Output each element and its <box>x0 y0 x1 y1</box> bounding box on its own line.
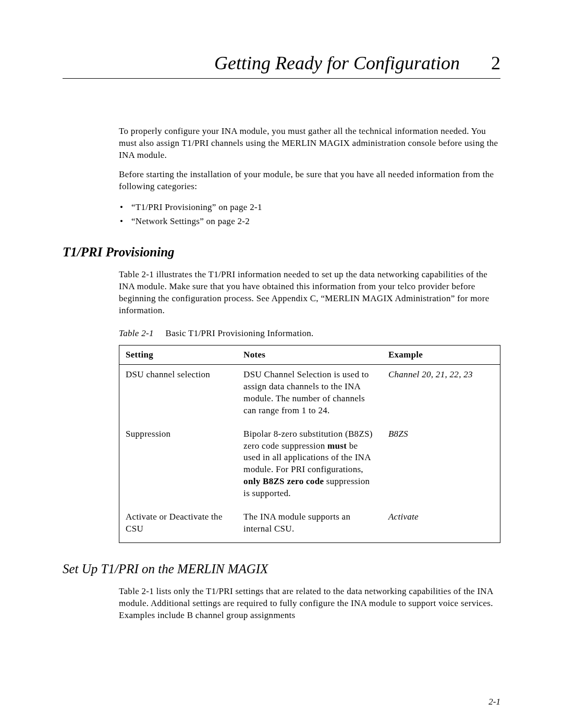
page-number: 2-1 <box>488 697 500 707</box>
section1-paragraph-1: Table 2-1 illustrates the T1/PRI informa… <box>119 269 500 317</box>
table-row: Activate or Deactivate the CSU The INA m… <box>119 507 500 542</box>
section-heading-t1pri: T1/PRI Provisioning <box>63 245 500 260</box>
table-caption: Table 2-1 Basic T1/PRI Provisioning Info… <box>119 328 500 339</box>
intro-bullet-item: “T1/PRI Provisioning” on page 2-1 <box>119 200 500 214</box>
table-header-row: Setting Notes Example <box>119 345 500 364</box>
table-caption-label: Table 2-1 <box>119 328 154 338</box>
cell-notes: Bipolar 8-zero substitution (B8ZS) zero … <box>237 424 382 508</box>
intro-bullet-item: “Network Settings” on page 2-2 <box>119 214 500 228</box>
subsection-heading-setup: Set Up T1/PRI on the MERLIN MAGIX <box>63 562 500 576</box>
cell-setting: DSU channel selection <box>119 364 238 424</box>
table-header-example: Example <box>382 345 500 364</box>
cell-example: B8ZS <box>382 424 500 508</box>
chapter-number: 2 <box>491 52 500 74</box>
provisioning-table: Setting Notes Example DSU channel select… <box>119 345 500 543</box>
intro-bullet-list: “T1/PRI Provisioning” on page 2-1 “Netwo… <box>119 200 500 228</box>
notes-bold: only B8ZS zero code <box>243 476 324 486</box>
notes-bold: must <box>327 441 347 451</box>
table-caption-text: Basic T1/PRI Provisioning Information. <box>166 328 314 338</box>
chapter-title: Getting Ready for Configuration <box>214 52 460 74</box>
chapter-header: Getting Ready for Configuration 2 <box>63 52 500 79</box>
table-header-setting: Setting <box>119 345 238 364</box>
cell-notes: DSU Channel Selection is used to assign … <box>237 364 382 424</box>
cell-notes: The INA module supports an internal CSU. <box>237 507 382 542</box>
table-row: Suppression Bipolar 8-zero substitution … <box>119 424 500 508</box>
intro-paragraph-1: To properly configure your INA module, y… <box>119 126 500 162</box>
intro-paragraph-2: Before starting the installation of your… <box>119 169 500 193</box>
cell-example: Channel 20, 21, 22, 23 <box>382 364 500 424</box>
cell-example: Activate <box>382 507 500 542</box>
table-header-notes: Notes <box>237 345 382 364</box>
table-row: DSU channel selection DSU Channel Select… <box>119 364 500 424</box>
cell-setting: Suppression <box>119 424 238 508</box>
cell-setting: Activate or Deactivate the CSU <box>119 507 238 542</box>
section2-paragraph-1: Table 2-1 lists only the T1/PRI settings… <box>119 586 500 622</box>
